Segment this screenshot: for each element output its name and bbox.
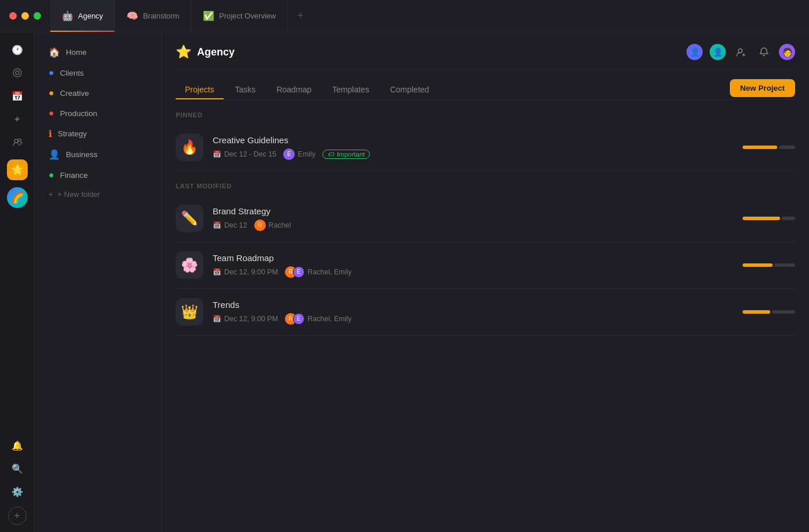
creative-guidelines-assignee: E Emily — [283, 148, 316, 160]
creative-guidelines-info: Creative Guidelines 📅 Dec 12 - Dec 15 E … — [213, 135, 733, 160]
team-roadmap-meta: 📅 Dec 12, 9:00 PM R E Rachel, Emily — [213, 266, 733, 278]
team-roadmap-date: 📅 Dec 12, 9:00 PM — [213, 268, 278, 276]
progress-bar-tr — [743, 263, 795, 267]
recent-icon[interactable]: 🕐 — [7, 39, 28, 60]
add-member-icon[interactable] — [733, 44, 749, 60]
cal-icon-bs: 📅 — [213, 221, 221, 229]
sidebar-business-label: Business — [66, 150, 98, 159]
maximize-button[interactable] — [34, 12, 41, 20]
brainstorm-tab-label: Brainstorm — [143, 12, 179, 20]
tab-roadmap[interactable]: Roadmap — [267, 80, 321, 99]
tab-projects-label: Projects — [185, 85, 214, 94]
new-folder-button[interactable]: + + New folder — [39, 185, 157, 203]
brand-strategy-date: 📅 Dec 12 — [213, 221, 247, 229]
business-icon: 👤 — [49, 149, 60, 160]
sidebar-item-home[interactable]: 🏠 Home — [39, 42, 157, 62]
sidebar-item-business[interactable]: 👤 Business — [39, 144, 157, 165]
sidebar-item-strategy[interactable]: ℹ Strategy — [39, 124, 157, 144]
sidebar-item-creative[interactable]: ● Creative — [39, 83, 157, 103]
creative-guidelines-name: Creative Guidelines — [213, 135, 733, 145]
progress-bar-bs — [743, 217, 795, 220]
brand-strategy-name: Brand Strategy — [213, 206, 733, 216]
trends-info: Trends 📅 Dec 12, 9:00 PM R E Rachel, Emi… — [213, 300, 733, 325]
icon-rail: 🕐 📅 ✦ 🌟 🌈 🔔 🔍 ⚙️ — [0, 32, 35, 532]
calendar-icon[interactable]: 📅 — [7, 85, 28, 106]
cal-icon-tr: 📅 — [213, 268, 221, 276]
tab-templates[interactable]: Templates — [323, 80, 378, 99]
rail-bottom: 🔔 🔍 ⚙️ — [7, 435, 28, 502]
trends-icon: 👑 — [176, 298, 203, 326]
settings-rail-icon[interactable]: ⚙️ — [7, 481, 28, 502]
sidebar-home-label: Home — [66, 48, 87, 57]
content-header: ⭐ Agency 👤 👤 — [176, 32, 795, 70]
header-avatar-main[interactable]: 🧑 — [779, 44, 795, 60]
search-rail-icon[interactable]: 🔍 — [7, 458, 28, 479]
team-roadmap-name: Team Roadmap — [213, 253, 733, 263]
sidebar-creative-label: Creative — [60, 89, 89, 98]
clients-icon: ● — [49, 68, 54, 78]
tab-roadmap-label: Roadmap — [276, 85, 311, 94]
project-tab-label: Project Overview — [219, 12, 276, 20]
sidebar-finance-label: Finance — [60, 171, 88, 180]
app-rainbow-icon[interactable]: 🌈 — [7, 187, 28, 208]
add-workspace-button[interactable]: + — [8, 507, 27, 525]
favorites-icon[interactable]: ✦ — [7, 109, 28, 129]
sidebar-strategy-label: Strategy — [58, 129, 87, 138]
tab-completed-label: Completed — [390, 85, 429, 94]
add-tab-button[interactable]: + — [288, 0, 313, 32]
progress-bar — [743, 146, 795, 149]
new-folder-icon: + — [49, 190, 53, 199]
project-card-brand-strategy[interactable]: ✏️ Brand Strategy 📅 Dec 12 R Rachel — [176, 195, 795, 242]
emily-avatar: E — [283, 148, 295, 160]
minimize-button[interactable] — [21, 12, 29, 20]
creative-guidelines-icon: 🔥 — [176, 133, 203, 161]
brand-strategy-avatars: R — [254, 220, 266, 231]
tab-agency[interactable]: 🤖 Agency — [50, 0, 115, 32]
important-tag: 🏷 Important — [322, 150, 370, 159]
team-icon[interactable] — [7, 132, 28, 152]
strategy-icon: ℹ — [49, 128, 52, 139]
new-project-button[interactable]: New Project — [730, 79, 795, 97]
project-card-trends[interactable]: 👑 Trends 📅 Dec 12, 9:00 PM R E Rachel, E… — [176, 289, 795, 336]
team-roadmap-avatars: R E — [285, 266, 305, 278]
emily-avatar-tr: E — [293, 266, 305, 278]
brainstorm-tab-icon: 🧠 — [127, 10, 138, 21]
emily-avatar-t: E — [293, 313, 305, 325]
header-avatar-1[interactable]: 👤 — [686, 44, 703, 60]
project-card-creative-guidelines[interactable]: 🔥 Creative Guidelines 📅 Dec 12 - Dec 15 … — [176, 124, 795, 171]
window-controls — [9, 12, 41, 20]
notifications-header-icon[interactable] — [756, 44, 772, 60]
tab-project-overview[interactable]: ✅ Project Overview — [191, 0, 288, 32]
agency-title-icon: ⭐ — [176, 44, 191, 59]
notifications-icon[interactable]: 🔔 — [7, 435, 28, 456]
team-roadmap-assignees: R E Rachel, Emily — [285, 266, 351, 278]
trends-avatars: R E — [285, 313, 305, 325]
home-icon: 🏠 — [49, 47, 60, 58]
sidebar-production-label: Production — [60, 109, 98, 118]
tab-completed[interactable]: Completed — [381, 80, 439, 99]
tab-brainstorm[interactable]: 🧠 Brainstorm — [115, 0, 191, 32]
sidebar-item-production[interactable]: ● Production — [39, 103, 157, 123]
brand-strategy-icon: ✏️ — [176, 204, 203, 232]
agency-tab-label: Agency — [78, 12, 103, 20]
creative-guidelines-meta: 📅 Dec 12 - Dec 15 E Emily 🏷 Important — [213, 148, 733, 160]
tab-projects[interactable]: Projects — [176, 80, 224, 99]
close-button[interactable] — [9, 12, 17, 20]
sidebar-clients-label: Clients — [60, 69, 84, 77]
trends-progress — [743, 310, 795, 314]
project-tab-icon: ✅ — [203, 10, 214, 21]
content-title: ⭐ Agency — [176, 44, 235, 59]
last-modified-section-label: LAST MODIFIED — [176, 183, 795, 189]
sidebar-item-clients[interactable]: ● Clients — [39, 63, 157, 83]
header-avatar-2[interactable]: 👤 — [710, 44, 726, 60]
project-card-team-roadmap[interactable]: 🌸 Team Roadmap 📅 Dec 12, 9:00 PM R E Rac… — [176, 242, 795, 289]
tab-templates-label: Templates — [332, 85, 369, 94]
tab-tasks[interactable]: Tasks — [226, 80, 265, 99]
app-yellow-icon[interactable]: 🌟 — [7, 159, 28, 180]
sidebar-item-finance[interactable]: ● Finance — [39, 165, 157, 185]
production-icon: ● — [49, 108, 54, 118]
brand-strategy-assignees: R Rachel — [254, 220, 291, 231]
svg-point-0 — [13, 69, 21, 77]
brand-strategy-progress — [743, 217, 795, 220]
activity-icon[interactable] — [7, 62, 28, 83]
